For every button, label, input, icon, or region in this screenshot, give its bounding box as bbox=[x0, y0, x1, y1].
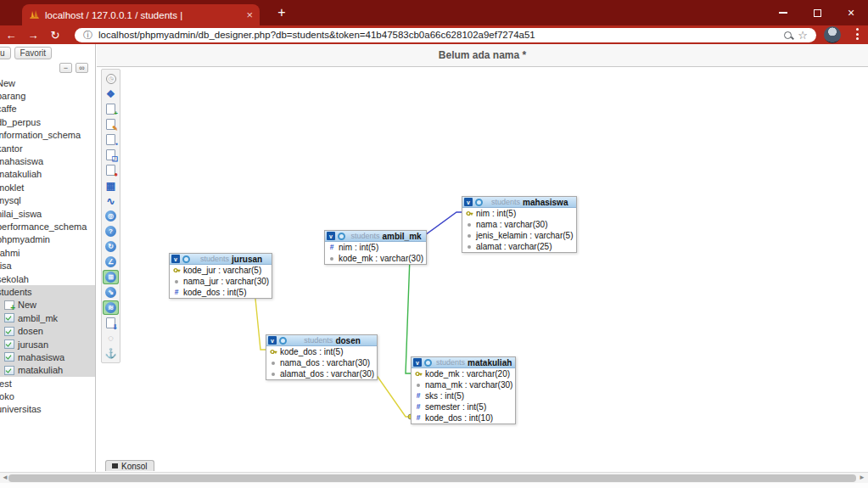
column-row-nama[interactable]: nama : varchar(30) bbox=[462, 219, 576, 230]
sidebar-item-performance_schema[interactable]: performance_schema bbox=[0, 220, 95, 233]
pin-text-button[interactable]: ⚓ bbox=[103, 346, 119, 361]
window-minimize-button[interactable] bbox=[766, 0, 800, 25]
column-row-kode_mk[interactable]: kode_mk : varchar(30) bbox=[325, 253, 426, 264]
site-info-icon[interactable]: ⓘ bbox=[83, 31, 92, 40]
column-row-kode_mk[interactable]: kode_mk : varchar(20) bbox=[412, 368, 515, 379]
sidebar-sub-item-dosen[interactable]: dosen bbox=[0, 324, 95, 337]
column-row-kode_dos[interactable]: kode_dos : int(5) bbox=[266, 346, 377, 357]
konsol-tab[interactable]: Konsol bbox=[105, 460, 154, 471]
delete-pages-button[interactable]: ● bbox=[103, 163, 119, 177]
designer-table-jurusan[interactable]: vstudentsjurusankode_jur : varchar(5)nam… bbox=[169, 253, 272, 299]
help-button[interactable]: ? bbox=[103, 224, 119, 238]
open-page-button[interactable]: ✎ bbox=[103, 117, 119, 132]
table-options-icon[interactable] bbox=[279, 337, 287, 345]
sidebar-item-barang[interactable]: barang bbox=[0, 89, 95, 102]
create-relationship-button[interactable]: ∿ bbox=[103, 194, 119, 208]
create-table-button[interactable]: ▦ bbox=[103, 178, 119, 193]
table-header-matakuliah[interactable]: vstudentsmatakuliah bbox=[412, 357, 515, 368]
table-header-dosen[interactable]: vstudentsdosen bbox=[266, 335, 377, 346]
collapse-toggle-icon[interactable]: v bbox=[413, 358, 422, 367]
sidebar-item-students[interactable]: students bbox=[0, 285, 95, 298]
reload-button[interactable]: ↻ bbox=[103, 239, 119, 254]
column-row-kode_jur[interactable]: kode_jur : varchar(5) bbox=[170, 265, 272, 276]
bookmark-star-icon[interactable]: ☆ bbox=[798, 30, 808, 41]
sidebar-item-kantor[interactable]: kantor bbox=[0, 142, 95, 154]
tab-close-icon[interactable]: × bbox=[246, 9, 253, 20]
sidebar-item-toko[interactable]: toko bbox=[0, 390, 95, 402]
relation-line-jurusan.kode_dos-to-dosen.kode_dos[interactable] bbox=[255, 290, 266, 350]
back-button[interactable]: ← bbox=[0, 29, 22, 42]
collapse-toggle-icon[interactable]: v bbox=[327, 232, 335, 240]
table-options-icon[interactable] bbox=[338, 233, 345, 240]
sidebar-sub-item-matakuliah[interactable]: matakuliah bbox=[0, 364, 95, 377]
snap-to-grid-button[interactable]: ⊞ bbox=[103, 270, 119, 284]
sidebar-item-caffe[interactable]: caffe bbox=[0, 103, 95, 115]
column-row-nim[interactable]: #nim : int(5) bbox=[325, 242, 426, 253]
column-row-kode_dos[interactable]: #kode_dos : int(5) bbox=[170, 287, 272, 298]
angular-direct-links-button[interactable]: ∠ bbox=[103, 255, 119, 269]
export-schema-button[interactable]: ⇓ bbox=[103, 316, 119, 330]
designer-table-ambil_mk[interactable]: vstudentsambil_mk#nim : int(5)kode_mk : … bbox=[324, 230, 427, 265]
table-header-mahasiswa[interactable]: vstudentsmahasiswa bbox=[462, 197, 576, 208]
save-page-as-button[interactable]: ❏ bbox=[103, 148, 119, 162]
sidebar-tab-favorit[interactable]: Favorit bbox=[14, 47, 53, 59]
sidebar-item-rahmi[interactable]: rahmi bbox=[0, 246, 95, 259]
column-row-jenis_kelamin[interactable]: jenis_kelamin : varchar(5) bbox=[462, 230, 576, 241]
scrollbar-thumb[interactable] bbox=[8, 474, 856, 482]
display-field-button[interactable]: ◎ bbox=[103, 209, 119, 223]
column-row-sks[interactable]: #sks : int(5) bbox=[412, 390, 515, 401]
profile-avatar[interactable] bbox=[824, 26, 841, 43]
build-query-button[interactable]: ◌ bbox=[103, 331, 119, 345]
horizontal-scrollbar[interactable]: ◄ ► bbox=[0, 472, 868, 483]
column-row-nama_jur[interactable]: nama_jur : varchar(30) bbox=[170, 276, 272, 287]
sidebar-item-phpmyadmin[interactable]: phpmyadmin bbox=[0, 233, 95, 246]
forward-button[interactable]: → bbox=[22, 29, 44, 42]
sidebar-tab-recent[interactable]: u bbox=[0, 47, 11, 59]
sidebar-item-moklet[interactable]: moklet bbox=[0, 181, 95, 194]
sidebar-sub-item-ambil_mk[interactable]: ambil_mk bbox=[0, 311, 95, 324]
collapse-toggle-icon[interactable]: v bbox=[171, 255, 180, 263]
url-text[interactable]: localhost/phpmyadmin/db_designer.php?db=… bbox=[98, 30, 778, 40]
sidebar-item-matakuliah[interactable]: matakuliah bbox=[0, 168, 95, 181]
column-row-alamat[interactable]: alamat : varchar(25) bbox=[462, 241, 576, 252]
column-row-semester[interactable]: #semester : int(5) bbox=[412, 401, 515, 412]
sidebar-item-risa[interactable]: risa bbox=[0, 259, 95, 272]
scroll-left-arrow[interactable]: ◄ bbox=[2, 474, 8, 481]
new-tab-button[interactable]: + bbox=[272, 3, 292, 23]
designer-table-dosen[interactable]: vstudentsdosenkode_dos : int(5)nama_dos … bbox=[266, 334, 378, 380]
sidebar-item-mysql[interactable]: mysql bbox=[0, 194, 95, 207]
table-options-icon[interactable] bbox=[424, 359, 432, 367]
sidebar-item-mahasiswa[interactable]: mahasiswa bbox=[0, 154, 95, 167]
reload-button[interactable]: ↻ bbox=[44, 29, 66, 42]
sidebar-item-sekolah[interactable]: sekolah bbox=[0, 272, 95, 285]
column-row-nama_mk[interactable]: nama_mk : varchar(30) bbox=[412, 379, 515, 390]
sidebar-sub-item-mahasiswa[interactable]: mahasiswa bbox=[0, 351, 95, 363]
designer-table-mahasiswa[interactable]: vstudentsmahasiswanim : int(5)nama : var… bbox=[462, 196, 577, 253]
address-bar[interactable]: ⓘ localhost/phpmyadmin/db_designer.php?d… bbox=[75, 28, 816, 42]
collapse-all-button[interactable]: − bbox=[59, 63, 72, 73]
sidebar-item-universitas[interactable]: universitas bbox=[0, 403, 95, 416]
save-page-button[interactable]: ▪ bbox=[103, 132, 119, 147]
new-page-button[interactable]: + bbox=[103, 102, 119, 116]
browser-menu-button[interactable] bbox=[856, 28, 859, 40]
sidebar-item-information_schema[interactable]: information_schema bbox=[0, 129, 95, 142]
sidebar-sub-item-jurusan[interactable]: jurusan bbox=[0, 338, 95, 351]
collapse-toggle-icon[interactable]: v bbox=[268, 336, 277, 345]
sidebar-item-new[interactable]: New bbox=[0, 76, 95, 89]
table-header-ambil_mk[interactable]: vstudentsambil_mk bbox=[325, 231, 426, 242]
toggle-relationship-lines-button[interactable]: ≋ bbox=[103, 300, 119, 315]
column-row-alamat_dos[interactable]: alamat_dos : varchar(30) bbox=[266, 368, 377, 379]
designer-canvas[interactable]: ◷❖+✎▪❏●▦∿◎?↻∠⊞⇘≋⇓◌⚓ Konsol vstudentsjuru… bbox=[97, 67, 868, 471]
sidebar-item-db_perpus[interactable]: db_perpus bbox=[0, 115, 95, 128]
sidebar-item-nilai_siswa[interactable]: nilai_siswa bbox=[0, 207, 95, 220]
table-options-icon[interactable] bbox=[182, 255, 190, 263]
scroll-right-arrow[interactable]: ► bbox=[859, 474, 865, 481]
table-header-jurusan[interactable]: vstudentsjurusan bbox=[170, 254, 272, 265]
sidebar-sub-item-new[interactable]: New bbox=[0, 299, 95, 311]
sidebar-item-test[interactable]: test bbox=[0, 377, 95, 390]
table-options-icon[interactable] bbox=[475, 199, 483, 206]
small-big-all-button[interactable]: ⇘ bbox=[103, 285, 119, 300]
column-row-nim[interactable]: nim : int(5) bbox=[462, 208, 576, 219]
window-close-button[interactable]: × bbox=[834, 0, 868, 25]
collapse-toggle-icon[interactable]: v bbox=[464, 198, 473, 206]
